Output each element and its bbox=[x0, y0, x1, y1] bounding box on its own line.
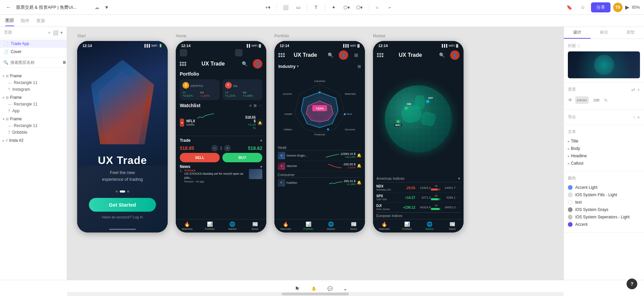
tab-components[interactable]: 组件 bbox=[21, 16, 30, 26]
zoom-level[interactable]: 85% bbox=[632, 5, 640, 10]
share-button[interactable]: 分享 bbox=[591, 2, 610, 12]
text-item-headline[interactable]: ▸ Headline bbox=[568, 152, 640, 160]
bookmark-icon[interactable]: 🔖 bbox=[564, 3, 575, 12]
star-icon[interactable]: ☆ bbox=[578, 3, 588, 12]
user-avatar[interactable]: T9 bbox=[613, 3, 623, 12]
layer-group-header-3[interactable]: ▾ ⊞ Frame bbox=[0, 116, 67, 122]
nav-watchlist[interactable]: 🔥 Watchlist bbox=[176, 219, 199, 232]
portfolio-external-icon[interactable]: ⊞ bbox=[352, 50, 361, 60]
get-started-button[interactable]: Get Started bbox=[89, 198, 156, 212]
fashion-bell[interactable]: 🔔 bbox=[357, 180, 362, 185]
layer-item-rect11-1[interactable]: — Rectangle 11 bbox=[0, 79, 67, 86]
text-item-body[interactable]: ▸ Body bbox=[568, 145, 640, 152]
market-menu-grid[interactable] bbox=[377, 53, 383, 57]
tab-assets[interactable]: 资源 bbox=[36, 16, 45, 26]
genom-bell[interactable]: 🔔 bbox=[357, 153, 362, 158]
bg-add-icon[interactable]: + bbox=[637, 87, 640, 92]
export-add-icon[interactable]: + bbox=[637, 115, 640, 120]
buy-button[interactable]: BUY bbox=[222, 153, 262, 162]
portfolio-search-icon[interactable]: 🔍 bbox=[326, 50, 335, 60]
bg-swap-icon[interactable]: ⇄ bbox=[631, 87, 635, 92]
document-title[interactable]: 股票交易 & 投资APP | 免费UI... bbox=[16, 4, 91, 10]
circle-tool[interactable]: ○ bbox=[372, 3, 382, 12]
layer-item-rect11-2[interactable]: — Rectangle 11 bbox=[0, 101, 67, 108]
color-item-accent-light[interactable]: Accent Light bbox=[568, 184, 640, 191]
color-item-text[interactable]: text bbox=[568, 199, 640, 206]
color-item-ios-separators[interactable]: iOS System Seperators - Light bbox=[568, 213, 640, 221]
shape-tool-1[interactable]: ⬡▾ bbox=[341, 3, 352, 12]
market-nav-watchlist[interactable]: 🔥 Watchlist bbox=[373, 219, 396, 232]
market-nav-portfolio[interactable]: 📊 Portfolio bbox=[396, 219, 419, 232]
search-filter-icon[interactable]: ≡ bbox=[63, 59, 66, 66]
start-signin[interactable]: Have an account? Log In bbox=[102, 215, 143, 219]
bg-color-swatch[interactable]: E5E5E5 bbox=[575, 96, 589, 104]
page-options-icon[interactable]: ⬜ bbox=[53, 30, 58, 35]
ndx-more[interactable]: ⋯ bbox=[457, 186, 460, 190]
americas-chevron[interactable]: ▾ bbox=[458, 176, 460, 181]
portfolio-nav-watchlist[interactable]: 🔥 Watchlist bbox=[274, 219, 297, 232]
page-item-cover[interactable]: 📄 Cover bbox=[0, 48, 67, 56]
scrollbar-thumb[interactable] bbox=[282, 293, 349, 295]
portfolio-nav-portfolio[interactable]: 📊 Portfolio bbox=[297, 219, 320, 232]
search-input[interactable] bbox=[10, 60, 61, 65]
tab-prototype[interactable]: 原型 bbox=[617, 27, 644, 39]
layer-item-app[interactable]: T App bbox=[0, 108, 67, 114]
nflx-bell[interactable]: 🔔 bbox=[258, 120, 262, 126]
tab-annotate[interactable]: 标注 bbox=[591, 27, 618, 39]
page-collapse-icon[interactable]: ▾ bbox=[60, 30, 63, 35]
news-chevron[interactable]: ▾ bbox=[260, 165, 262, 169]
rect-tool[interactable]: ▭ bbox=[293, 3, 304, 12]
canvas-inner[interactable]: Start 12:14 bbox=[67, 27, 564, 280]
nav-market[interactable]: 🌐 Market bbox=[221, 219, 244, 232]
text-tool[interactable]: T bbox=[311, 3, 321, 12]
color-item-ios-fills[interactable]: iOS System Fills - Light bbox=[568, 191, 640, 199]
help-button[interactable]: ? bbox=[627, 279, 637, 289]
industry-chevron[interactable]: ▾ bbox=[297, 64, 299, 69]
portfolio-nav-news[interactable]: 📰 News bbox=[342, 219, 365, 232]
trade-chevron[interactable]: ▾ bbox=[260, 138, 262, 143]
market-search-icon[interactable]: 🔍 bbox=[437, 50, 447, 60]
add-page-icon[interactable]: + bbox=[48, 30, 51, 35]
text-item-callout[interactable]: ▸ Callout bbox=[568, 160, 640, 167]
frame-tool[interactable]: ⬜ bbox=[280, 3, 291, 12]
market-nav-market[interactable]: 🌐 Market bbox=[418, 219, 441, 232]
layer-item-dribbble[interactable]: T Dribbble bbox=[0, 129, 67, 136]
nav-portfolio[interactable]: 📊 Portfolio bbox=[199, 219, 221, 232]
sell-button[interactable]: SELL bbox=[180, 153, 220, 162]
color-item-accent[interactable]: Accent bbox=[568, 221, 640, 228]
layer-group-header-2[interactable]: ▾ ⊞ Frame bbox=[0, 94, 67, 101]
play-button[interactable]: ▶ bbox=[625, 4, 629, 10]
corner-tool[interactable]: ⌐ bbox=[384, 3, 395, 12]
watchlist-more-icon[interactable]: ⋯ bbox=[259, 103, 262, 108]
tab-layers[interactable]: 图层 bbox=[5, 15, 14, 26]
portfolio-menu-grid[interactable] bbox=[278, 53, 285, 57]
color-item-ios-grays[interactable]: iOS System Grays bbox=[568, 206, 640, 213]
pen-tool[interactable]: ✦ bbox=[328, 3, 339, 12]
add-button[interactable]: +▾ bbox=[262, 3, 273, 12]
home-search-icon[interactable]: 🔍 bbox=[240, 59, 250, 69]
layer-item-rect11-3[interactable]: — Rectangle 11 bbox=[0, 122, 67, 129]
nav-news[interactable]: 📰 News bbox=[244, 219, 267, 232]
vaccine-bell[interactable]: 🔔 bbox=[357, 164, 362, 168]
tab-design[interactable]: 设计 bbox=[564, 27, 591, 39]
page-item-tradeapp[interactable]: 📄 Trade App bbox=[0, 40, 67, 48]
market-nav-news[interactable]: 📰 News bbox=[441, 219, 464, 232]
text-item-title[interactable]: ▸ Title bbox=[568, 137, 640, 145]
export-upload-icon[interactable]: ↑ bbox=[633, 115, 635, 120]
layer-group-header-insta[interactable]: ▸ # Insta #2 bbox=[0, 137, 67, 144]
shape-tool-2[interactable]: ⬡▾ bbox=[354, 3, 365, 12]
layer-item-instagram[interactable]: T Instagram bbox=[0, 86, 67, 93]
menu-grid[interactable] bbox=[180, 62, 186, 66]
layer-group-header-1[interactable]: ▾ ⊞ Frame bbox=[0, 73, 67, 79]
spx-more[interactable]: ⋯ bbox=[457, 196, 460, 200]
qty-plus[interactable]: + bbox=[224, 145, 231, 152]
back-button[interactable]: ← bbox=[4, 3, 13, 12]
qty-minus[interactable]: − bbox=[211, 145, 218, 152]
dji-more[interactable]: ⋯ bbox=[457, 206, 460, 209]
industry-expand-icon[interactable]: ⊞ bbox=[358, 64, 361, 69]
dropdown-arrow[interactable]: ▾ bbox=[102, 3, 111, 12]
watchlist-add-icon[interactable]: ⊞ bbox=[254, 103, 257, 108]
portfolio-nav-market[interactable]: 🌐 Market bbox=[320, 219, 342, 232]
bg-eye-icon[interactable]: 👁 bbox=[568, 97, 573, 103]
watchlist-filter-icon[interactable]: ≡ bbox=[250, 103, 252, 108]
